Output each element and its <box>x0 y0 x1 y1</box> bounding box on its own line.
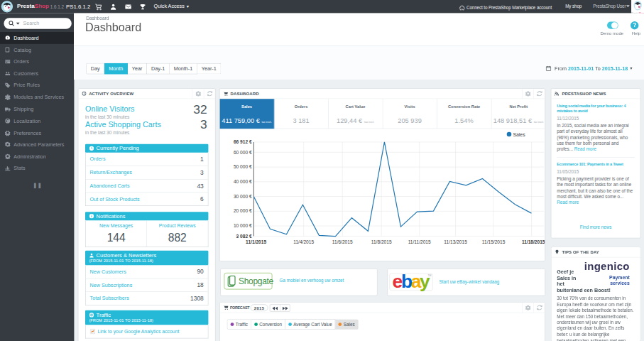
svg-text:11/18/2015: 11/18/2015 <box>522 239 545 244</box>
svg-text:Sales: Sales <box>513 132 525 137</box>
svg-text:66 912 €: 66 912 € <box>234 139 252 144</box>
svg-text:50 000 €: 50 000 € <box>234 164 252 169</box>
svg-text:11/4/2015: 11/4/2015 <box>293 239 314 244</box>
svg-text:40 000 €: 40 000 € <box>234 179 252 184</box>
svg-text:11/6/2015: 11/6/2015 <box>332 239 353 244</box>
svg-text:11/11/2015: 11/11/2015 <box>408 239 431 244</box>
svg-text:11/1/2015: 11/1/2015 <box>246 239 266 244</box>
svg-text:20 000 €: 20 000 € <box>234 208 252 213</box>
svg-text:10 000 €: 10 000 € <box>234 223 252 228</box>
svg-text:3 082 €: 3 082 € <box>236 234 252 239</box>
svg-text:60 000 €: 60 000 € <box>234 150 252 155</box>
svg-text:11/13/2015: 11/13/2015 <box>444 239 467 244</box>
svg-text:11/15/2015: 11/15/2015 <box>482 239 506 244</box>
svg-text:30 000 €: 30 000 € <box>234 194 252 199</box>
svg-text:11/8/2015: 11/8/2015 <box>371 239 392 244</box>
